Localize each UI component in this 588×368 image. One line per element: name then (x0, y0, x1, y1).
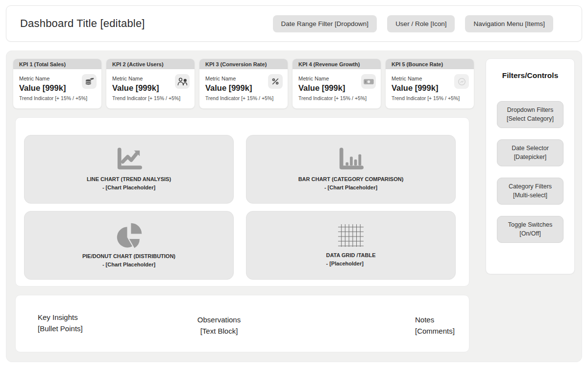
filters-sidebar: Filters/Controls Dropdown Filters [Selec… (486, 58, 575, 274)
placeholder-caption: BAR CHART (CATEGORY COMPARISON) - [Chart… (298, 175, 404, 192)
observations-block: Observations [Text Block] (170, 314, 268, 337)
key-insights-subtitle: [Bullet Points] (38, 323, 83, 334)
kpi-card-conversion-rate: KPI 3 (Conversion Rate) Metric Name Valu… (199, 59, 288, 108)
coins-icon (82, 74, 97, 89)
kpi-card-body: Metric Name Value [999k] Trend Indicator… (199, 69, 288, 108)
kpi-row: KPI 1 (Total Sales) Metric Name Value [9… (13, 59, 474, 108)
user-role-button[interactable]: User / Role [Icon] (387, 15, 455, 32)
button-label-line1: Dropdown Filters (507, 106, 553, 113)
observations-subtitle: [Text Block] (170, 325, 268, 337)
banknote-icon (361, 74, 376, 89)
kpi-card-revenue-growth: KPI 4 (Revenue Growth) Metric Name Value… (293, 59, 381, 108)
kpi-trend-indicator: Trend Indicator [+ 15% / +5%] (298, 95, 375, 101)
placeholder-caption: DATA GRID /TABLE - [Placeholder] (326, 251, 375, 268)
observations-title: Observations (170, 314, 268, 325)
kpi-card-body: Metric Name Value [999k] Trend Indicator… (106, 69, 195, 108)
kpi-trend-indicator: Trend Indicator [+ 15% / +5%] (205, 95, 282, 101)
kpi-card-body: Metric Name Value [999k] Trend Indicator… (386, 69, 474, 108)
key-insights-title: Key Insights (38, 312, 83, 323)
placeholder-caption: LINE CHART (TREND ANALYSIS) - [Chart Pla… (87, 175, 171, 192)
placeholder-title: PIE/DONUT CHART (DISTRIBUTION) (82, 252, 175, 261)
toggle-switches-button[interactable]: Toggle Switches [On/Off] (497, 216, 564, 243)
kpi-trend-indicator: Trend Indicator [+ 15% / +5%] (392, 95, 468, 101)
button-label-line1: Date Selector (512, 145, 549, 152)
button-label-line2: [Select Category] (507, 115, 554, 122)
percent-icon (268, 74, 283, 89)
placeholder-caption: PIE/DONUT CHART (DISTRIBUTION) - [Chart … (82, 252, 175, 269)
placeholder-subtitle: - [Chart Placeholder] (87, 184, 171, 192)
button-label-line1: Toggle Switches (508, 221, 552, 228)
notes-title: Notes (415, 314, 455, 325)
line-chart-icon (115, 147, 143, 172)
kpi-card-header: KPI 2 (Active Users) (106, 59, 195, 69)
placeholder-subtitle: - [Chart Placeholder] (298, 184, 404, 192)
notes-block: Notes [Comments] (415, 314, 455, 337)
header-actions: Date Range Filter [Dropdown] User / Role… (273, 15, 553, 32)
kpi-card-bounce-rate: KPI 5 (Bounce Rate) Metric Name Value [9… (386, 59, 474, 108)
category-filters-button[interactable]: Category Filters [Multi-select] (497, 178, 564, 205)
date-selector-button[interactable]: Date Selector [Datepicker] (497, 139, 564, 166)
page-title[interactable]: Dashboard Title [editable] (20, 17, 145, 30)
grid-icon (337, 223, 365, 248)
bar-chart-placeholder: BAR CHART (CATEGORY COMPARISON) - [Chart… (246, 135, 456, 204)
date-range-filter-button[interactable]: Date Range Filter [Dropdown] (273, 15, 377, 32)
line-chart-placeholder: LINE CHART (TREND ANALYSIS) - [Chart Pla… (24, 135, 234, 204)
kpi-card-header: KPI 5 (Bounce Rate) (386, 59, 474, 69)
navigation-menu-button[interactable]: Navigation Menu [Items] (465, 15, 553, 32)
placeholder-title: DATA GRID /TABLE (326, 251, 375, 260)
button-label-line2: [On/Off] (519, 230, 541, 237)
charts-panel: LINE CHART (TREND ANALYSIS) - [Chart Pla… (15, 117, 469, 287)
kpi-card-active-users: KPI 2 (Active Users) Metric Name Value [… (106, 59, 195, 108)
sidebar-title: Filters/Controls (486, 71, 574, 80)
dashboard-body: KPI 1 (Total Sales) Metric Name Value [9… (6, 51, 582, 362)
button-label-line2: [Datepicker] (514, 154, 547, 160)
bar-chart-icon (337, 147, 365, 172)
kpi-card-body: Metric Name Value [999k] Trend Indicator… (293, 69, 381, 108)
notes-panel: Key Insights [Bullet Points] Observation… (15, 295, 469, 352)
kpi-trend-indicator: Trend Indicator [+ 15% / +5%] (19, 95, 96, 101)
kpi-card-header: KPI 3 (Conversion Rate) (199, 59, 288, 69)
kpi-card-body: Metric Name Value [999k] Trend Indicator… (13, 69, 101, 108)
kpi-card-header: KPI 1 (Total Sales) (13, 59, 101, 69)
button-label-line2: [Multi-select] (513, 192, 547, 199)
kpi-card-header: KPI 4 (Revenue Growth) (293, 59, 381, 69)
notes-subtitle: [Comments] (415, 325, 455, 337)
bounce-icon (454, 74, 469, 89)
kpi-trend-indicator: Trend Indicator [+ 15% / +5%] (112, 95, 189, 101)
key-insights-block: Key Insights [Bullet Points] (38, 312, 83, 335)
placeholder-title: LINE CHART (TREND ANALYSIS) (87, 175, 171, 184)
placeholder-subtitle: - [Placeholder] (326, 260, 375, 268)
pie-chart-placeholder: PIE/DONUT CHART (DISTRIBUTION) - [Chart … (24, 211, 234, 280)
users-icon (175, 74, 190, 89)
header-bar: Dashboard Title [editable] Date Range Fi… (6, 5, 582, 42)
data-grid-placeholder: DATA GRID /TABLE - [Placeholder] (246, 211, 456, 280)
kpi-card-total-sales: KPI 1 (Total Sales) Metric Name Value [9… (13, 59, 101, 108)
dropdown-filters-button[interactable]: Dropdown Filters [Select Category] (497, 101, 564, 128)
placeholder-title: BAR CHART (CATEGORY COMPARISON) (298, 175, 404, 184)
button-label-line1: Category Filters (509, 183, 552, 190)
pie-chart-icon (115, 222, 143, 249)
placeholder-subtitle: - [Chart Placeholder] (82, 261, 175, 269)
